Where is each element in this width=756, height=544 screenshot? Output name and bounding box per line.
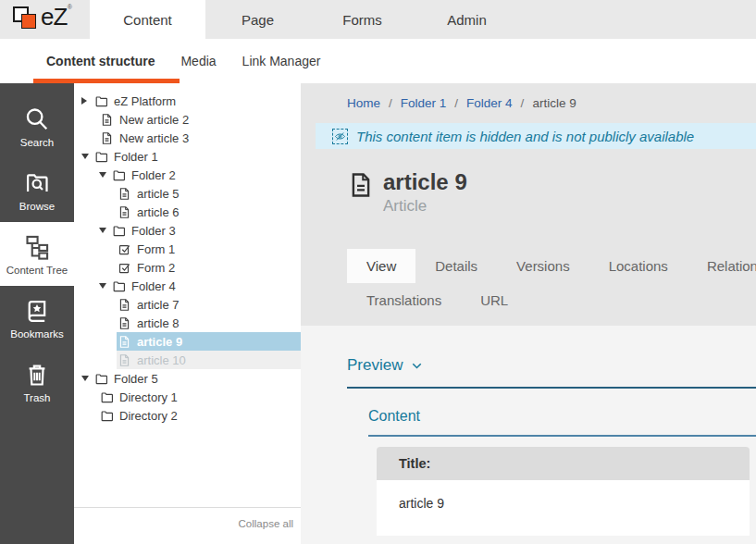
content-tabs: View Details Versions Locations Relation… (301, 249, 756, 317)
tree-item[interactable]: Directory 1 (74, 388, 301, 406)
tree-item-hidden[interactable]: article 10 (74, 351, 301, 369)
caret-down-icon[interactable] (99, 228, 111, 233)
tab-details[interactable]: Details (415, 249, 497, 283)
ez-platform-admin: eZ ® Content Page Forms Admin Content st… (0, 0, 756, 544)
breadcrumb-home[interactable]: Home (347, 96, 380, 110)
breadcrumb-current: article 9 (532, 96, 576, 110)
tab-view[interactable]: View (347, 249, 415, 283)
folder-icon (100, 390, 114, 404)
secondary-nav: Content structure Media Link Manager (0, 39, 756, 83)
alert-text: This content item is hidden and is not p… (356, 129, 694, 144)
tree-item[interactable]: article 8 (74, 314, 301, 332)
top-tab-forms[interactable]: Forms (310, 0, 415, 39)
content-tree-icon (24, 234, 50, 260)
folder-icon (112, 279, 126, 293)
content-section-heading: Content (368, 408, 756, 425)
caret-down-icon[interactable] (81, 376, 93, 381)
tree-item[interactable]: article 7 (74, 295, 301, 314)
browse-icon (24, 170, 50, 196)
tree-footer: Collapse all (74, 507, 301, 544)
article-icon (118, 187, 131, 201)
caret-right-icon[interactable] (81, 97, 93, 105)
preview-collapse-toggle[interactable]: Preview (347, 356, 756, 375)
breadcrumb-folder-1[interactable]: Folder 1 (401, 96, 447, 110)
field-label-title: Title: (377, 447, 750, 480)
subnav-media[interactable]: Media (180, 54, 216, 68)
folder-icon (94, 94, 108, 108)
field-table: Title: article 9 (377, 447, 750, 536)
top-tab-admin[interactable]: Admin (415, 0, 519, 39)
article-icon (118, 335, 131, 349)
folder-icon (112, 168, 126, 182)
field-value-title: article 9 (377, 480, 750, 536)
tree-item[interactable]: New article 2 (74, 110, 301, 129)
subnav-content-structure[interactable]: Content structure (46, 54, 155, 68)
content-type-label: Article (383, 197, 467, 216)
form-icon (118, 242, 131, 256)
article-icon (118, 205, 131, 219)
tree-item[interactable]: eZ Platform (74, 92, 301, 110)
logo-square-orange (21, 14, 36, 29)
folder-icon (94, 372, 108, 386)
subnav-link-manager[interactable]: Link Manager (242, 54, 321, 68)
tree-item[interactable]: Form 2 (74, 258, 301, 277)
preview-divider (347, 387, 756, 389)
caret-down-icon[interactable] (81, 154, 93, 159)
logo-text: eZ (41, 3, 67, 31)
article-type-icon (347, 168, 375, 202)
sidebar-item-browse[interactable]: Browse (0, 158, 74, 222)
content-tree-panel: eZ Platform New article 2 New article 3 … (74, 83, 301, 544)
logo-registered-mark: ® (68, 4, 72, 10)
tree-item[interactable]: Folder 2 (74, 166, 301, 184)
tree-item[interactable]: article 5 (74, 184, 301, 203)
folder-icon (112, 224, 126, 238)
form-icon (118, 261, 131, 275)
icon-sidebar: Search Browse Content Tree Bookmarks Tra… (0, 83, 74, 544)
content-section: Content Title: article 9 (368, 408, 756, 536)
tab-versions[interactable]: Versions (497, 249, 589, 283)
tree-item[interactable]: Folder 3 (74, 221, 301, 240)
article-icon (118, 298, 131, 312)
trash-icon (24, 362, 50, 388)
search-icon (24, 106, 50, 132)
page-title: article 9 (383, 168, 467, 196)
sidebar-item-bookmarks[interactable]: Bookmarks (0, 286, 74, 350)
tab-translations[interactable]: Translations (347, 283, 461, 317)
content-divider (368, 435, 756, 437)
chevron-down-icon (411, 360, 423, 372)
tree-item[interactable]: Folder 5 (74, 369, 301, 388)
caret-down-icon[interactable] (99, 283, 111, 289)
tree-item[interactable]: Directory 2 (74, 406, 301, 425)
content-title-block: article 9 Article (301, 168, 756, 216)
hidden-content-alert: This content item is hidden and is not p… (316, 123, 756, 149)
article-icon (100, 131, 114, 145)
breadcrumb-folder-4[interactable]: Folder 4 (466, 96, 513, 110)
tree-item[interactable]: Folder 4 (74, 277, 301, 295)
caret-down-icon[interactable] (99, 172, 111, 178)
tree-item[interactable]: Form 1 (74, 240, 301, 258)
article-icon (100, 113, 114, 127)
bookmarks-icon (24, 298, 50, 324)
main-content: Home / Folder 1 / Folder 4 / article 9 T… (301, 83, 756, 544)
tree-item[interactable]: article 6 (74, 203, 301, 221)
tab-locations[interactable]: Locations (589, 249, 688, 283)
tab-relations[interactable]: Relations (688, 249, 756, 283)
ez-logo[interactable]: eZ ® (0, 0, 90, 39)
tab-url[interactable]: URL (461, 283, 527, 317)
view-tab-panel: Preview Content Title: article 9 (301, 326, 756, 544)
collapse-all-button[interactable]: Collapse all (239, 518, 293, 529)
top-bar: eZ ® Content Page Forms Admin (0, 0, 756, 39)
tree-item[interactable]: New article 3 (74, 129, 301, 147)
sidebar-item-content-tree[interactable]: Content Tree (0, 222, 74, 286)
hidden-eye-icon (332, 129, 348, 144)
sidebar-item-search[interactable]: Search (0, 94, 74, 158)
top-tab-content[interactable]: Content (90, 0, 205, 39)
article-icon (118, 353, 131, 367)
folder-icon (100, 409, 114, 423)
top-tab-page[interactable]: Page (205, 0, 310, 39)
article-icon (118, 316, 131, 330)
sidebar-item-trash[interactable]: Trash (0, 350, 74, 414)
breadcrumb: Home / Folder 1 / Folder 4 / article 9 (301, 83, 756, 118)
tree-item[interactable]: Folder 1 (74, 147, 301, 166)
tree-item-selected[interactable]: article 9 (74, 332, 301, 351)
